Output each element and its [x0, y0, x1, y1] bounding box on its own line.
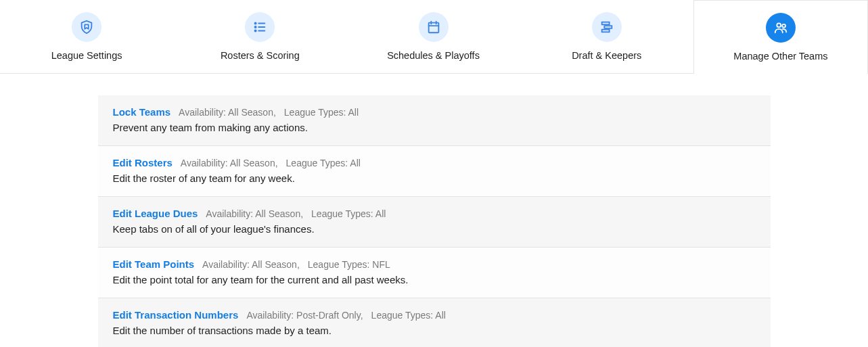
tabbar: League Settings Rosters & Scoring Schedu — [0, 0, 868, 74]
svg-rect-6 — [428, 23, 438, 33]
tab-label: Manage Other Teams — [733, 51, 827, 62]
tab-manage-other-teams[interactable]: Manage Other Teams — [693, 0, 868, 74]
row-league-types: League Types: All — [284, 107, 359, 118]
svg-point-14 — [782, 24, 785, 28]
row-availability: Availability: All Season, — [179, 107, 276, 118]
row-link-edit-team-points[interactable]: Edit Team Points — [113, 258, 195, 270]
people-icon — [766, 13, 796, 43]
tab-rosters-scoring[interactable]: Rosters & Scoring — [173, 0, 346, 73]
row-description: Edit the point total for any team for th… — [113, 274, 756, 285]
svg-point-1 — [255, 26, 256, 28]
tab-label: Draft & Keepers — [572, 50, 641, 61]
row-description: Edit the roster of any team for any week… — [113, 172, 756, 184]
tab-label: League Settings — [51, 50, 122, 61]
calendar-icon — [419, 12, 449, 42]
tab-league-settings[interactable]: League Settings — [0, 0, 173, 73]
row-link-edit-rosters[interactable]: Edit Rosters — [113, 157, 173, 168]
row-league-types: League Types: NFL — [308, 259, 390, 270]
row-availability: Availability: All Season, — [206, 208, 303, 219]
row-availability: Availability: Post-Draft Only, — [246, 310, 363, 321]
bookmark-shield-icon — [72, 12, 101, 42]
row-description: Keep tabs on of all of your league's fin… — [113, 223, 756, 235]
list-item: Lock Teams Availability: All Season, Lea… — [98, 95, 771, 146]
tab-label: Schedules & Playoffs — [387, 50, 480, 61]
list-item: Edit Transaction Numbers Availability: P… — [98, 298, 771, 347]
svg-rect-11 — [604, 26, 612, 28]
list-icon — [245, 12, 275, 42]
list-item: Edit League Dues Availability: All Seaso… — [98, 197, 771, 248]
row-league-types: League Types: All — [286, 158, 361, 168]
settings-list: Lock Teams Availability: All Season, Lea… — [98, 95, 771, 347]
row-link-lock-teams[interactable]: Lock Teams — [113, 106, 171, 118]
row-availability: Availability: All Season, — [202, 259, 300, 270]
row-description: Edit the number of transactions made by … — [113, 325, 756, 336]
tab-label: Rosters & Scoring — [221, 50, 300, 61]
row-link-edit-league-dues[interactable]: Edit League Dues — [113, 208, 198, 219]
row-league-types: League Types: All — [371, 310, 446, 321]
tab-schedules-playoffs[interactable]: Schedules & Playoffs — [346, 0, 520, 73]
svg-point-13 — [777, 23, 781, 27]
svg-rect-10 — [601, 22, 609, 25]
list-item: Edit Rosters Availability: All Season, L… — [98, 146, 771, 197]
tab-draft-keepers[interactable]: Draft & Keepers — [520, 0, 693, 73]
svg-point-0 — [255, 22, 256, 24]
svg-point-2 — [255, 30, 256, 31]
stack-icon — [592, 12, 622, 42]
svg-rect-12 — [601, 30, 609, 32]
row-description: Prevent any team from making any actions… — [113, 122, 756, 133]
list-item: Edit Team Points Availability: All Seaso… — [98, 248, 771, 298]
row-link-edit-transaction-numbers[interactable]: Edit Transaction Numbers — [113, 309, 239, 321]
row-availability: Availability: All Season, — [181, 158, 278, 168]
row-league-types: League Types: All — [311, 208, 386, 219]
